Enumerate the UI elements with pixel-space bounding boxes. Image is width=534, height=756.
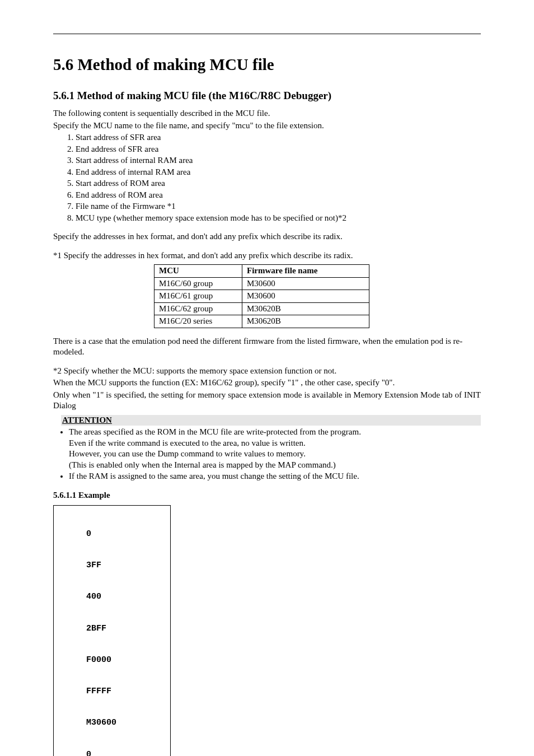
table-row: M16C/60 group M30600 bbox=[154, 277, 369, 290]
table-cell: M16C/20 series bbox=[154, 315, 242, 328]
table-row: M16C/62 group M30620B bbox=[154, 302, 369, 315]
attention-list: The areas specified as the ROM in the MC… bbox=[53, 427, 481, 482]
footnote-2-line3: Only when "1" is specified, the setting … bbox=[53, 390, 481, 412]
table-cell: M16C/61 group bbox=[154, 290, 242, 303]
table-cell: M30600 bbox=[242, 277, 369, 290]
list-item: MCU type (whether memory space extension… bbox=[76, 213, 481, 224]
list-item: File name of the Firmware *1 bbox=[76, 201, 481, 212]
attention-b1-l4: (This is enabled only when the Internal … bbox=[69, 460, 336, 469]
example-line: M30600 bbox=[56, 718, 168, 729]
intro-paragraph-1: The following content is sequentially de… bbox=[53, 108, 481, 119]
table-row: M16C/20 series M30620B bbox=[154, 315, 369, 328]
attention-b1-l3: However, you can use the Dump command to… bbox=[69, 449, 306, 458]
list-item: End address of ROM area bbox=[76, 190, 481, 201]
section-heading-5-6-1: 5.6.1 Method of making MCU file (the M16… bbox=[53, 89, 481, 103]
table-cell: M30620B bbox=[242, 302, 369, 315]
spec-line: Specify the addresses in hex format, and… bbox=[53, 231, 481, 242]
intro-paragraph-2: Specify the MCU name to the file name, a… bbox=[53, 120, 481, 132]
table-cell: M16C/60 group bbox=[154, 277, 242, 290]
top-rule bbox=[53, 34, 481, 34]
list-item: Start address of ROM area bbox=[76, 178, 481, 189]
example-line: 0 bbox=[56, 529, 168, 540]
section-heading-5-6: 5.6 Method of making MCU file bbox=[53, 54, 481, 76]
example-line: FFFFF bbox=[56, 687, 168, 697]
table-header-mcu: MCU bbox=[154, 265, 242, 278]
list-item: End address of internal RAM area bbox=[76, 167, 481, 178]
example-line: 0 bbox=[56, 750, 168, 756]
attention-b1-l1: The areas specified as the ROM in the MC… bbox=[69, 427, 361, 436]
list-item: Start address of internal RAM area bbox=[76, 155, 481, 166]
mcu-file-items-list: Start address of SFR area End address of… bbox=[53, 132, 481, 223]
list-item: Start address of SFR area bbox=[76, 132, 481, 143]
example-line: 2BFF bbox=[56, 624, 168, 634]
footnote-2-line2: When the MCU supports the function (EX: … bbox=[53, 377, 481, 389]
mcu-firmware-table: MCU Firmware file name M16C/60 group M30… bbox=[154, 264, 369, 328]
table-header-firmware: Firmware file name bbox=[242, 265, 369, 278]
table-cell: M16C/62 group bbox=[154, 302, 242, 315]
footnote-1: *1 Specify the addresses in hex format, … bbox=[53, 250, 481, 262]
example-code-box: 0 3FF 400 2BFF F0000 FFFFF M30600 0 bbox=[53, 505, 171, 756]
attention-bullet-1: The areas specified as the ROM in the MC… bbox=[69, 427, 481, 470]
section-heading-5-6-1-1: 5.6.1.1 Example bbox=[53, 490, 481, 501]
table-cell: M30620B bbox=[242, 315, 369, 328]
example-line: 3FF bbox=[56, 561, 168, 571]
table-row: M16C/61 group M30600 bbox=[154, 290, 369, 303]
footnote-2-line1: *2 Specify whether the MCU: supports the… bbox=[53, 366, 481, 377]
example-line: F0000 bbox=[56, 655, 168, 666]
table-cell: M30600 bbox=[242, 290, 369, 303]
after-table-paragraph: There is a case that the emulation pod n… bbox=[53, 336, 481, 358]
example-line: 400 bbox=[56, 592, 168, 603]
list-item: End address of SFR area bbox=[76, 144, 481, 155]
attention-bullet-2: If the RAM is assigned to the same area,… bbox=[69, 471, 481, 482]
attention-heading: ATTENTION bbox=[61, 415, 481, 426]
attention-b1-l2: Even if the write command is executed to… bbox=[69, 438, 306, 447]
